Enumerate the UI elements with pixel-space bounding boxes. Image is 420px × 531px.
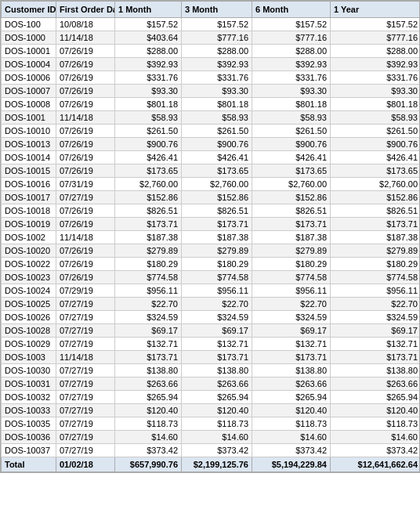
table-cell: 07/26/19 [56,45,115,58]
table-cell: $173.71 [252,218,331,231]
table-cell: $426.41 [115,151,182,164]
table-cell: $152.86 [182,191,252,204]
table-cell: 07/29/19 [56,284,115,298]
table-cell: $324.59 [252,311,331,324]
table-cell: $324.59 [182,311,252,324]
table-cell: $120.40 [115,404,182,417]
table-cell: $392.93 [115,58,182,71]
table-cell: $956.11 [331,284,421,298]
table-cell: 07/26/19 [56,164,115,178]
table-row: DOS-1001907/26/19$173.71$173.71$173.71$1… [2,218,421,231]
table-cell: $956.11 [182,284,252,298]
table-cell: DOS-10004 [2,58,56,71]
table-cell: $774.58 [115,271,182,284]
table-row: DOS-1002307/26/19$774.58$774.58$774.58$7… [2,271,421,284]
table-row: DOS-100211/14/18$187.38$187.38$187.38$18… [2,231,421,244]
table-cell: $261.50 [115,125,182,138]
table-cell: DOS-10026 [2,311,56,324]
table-cell: $173.71 [252,351,331,364]
table-cell: $288.00 [331,45,421,58]
table-cell: $138.80 [331,364,421,377]
table-cell: 07/26/19 [56,218,115,231]
table-cell: $120.40 [182,404,252,417]
table-cell: DOS-10032 [2,391,56,404]
table-cell: $331.76 [115,71,182,85]
table-cell: $392.93 [331,58,421,71]
table-cell: $426.41 [331,151,421,164]
table-row: DOS-1001807/26/19$826.51$826.51$826.51$8… [2,204,421,218]
table-cell: $331.76 [331,71,421,85]
table-cell: DOS-10018 [2,204,56,218]
table-cell: $173.71 [115,218,182,231]
table-cell: $261.50 [252,125,331,138]
table-cell: DOS-10014 [2,151,56,164]
table-cell: 11/14/18 [56,111,115,125]
table-cell: $118.73 [252,417,331,431]
table-row: DOS-1001407/26/19$426.41$426.41$426.41$4… [2,151,421,164]
table-cell: 07/27/19 [56,404,115,417]
table-row: DOS-1001307/26/19$900.76$900.76$900.76$9… [2,138,421,151]
table-cell: $58.93 [115,111,182,125]
table-cell: $152.86 [115,191,182,204]
table-cell: DOS-10029 [2,338,56,351]
table-cell: DOS-1002 [2,231,56,244]
table-cell: 07/27/19 [56,311,115,324]
table-row: DOS-100011/14/18$403.64$777.16$777.16$77… [2,31,421,45]
table-row: DOS-100311/14/18$173.71$173.71$173.71$17… [2,351,421,364]
table-cell: $132.71 [252,338,331,351]
table-cell: $118.73 [115,417,182,431]
header-6-month: 6 Month [252,2,331,18]
table-row: DOS-1002807/27/19$69.17$69.17$69.17$69.1… [2,324,421,338]
table-cell: $118.73 [182,417,252,431]
table-row: DOS-1001507/26/19$173.65$173.65$173.65$1… [2,164,421,178]
table-cell: $69.17 [182,324,252,338]
table-cell: DOS-10025 [2,298,56,311]
table-cell: DOS-10023 [2,271,56,284]
table-cell: $373.42 [331,444,421,457]
table-cell: $69.17 [252,324,331,338]
table-cell: $826.51 [252,204,331,218]
table-cell: 07/26/19 [56,138,115,151]
table-cell: DOS-10022 [2,258,56,271]
table-row: DOS-1001707/27/19$152.86$152.86$152.86$1… [2,191,421,204]
table-row: DOS-1002607/27/19$324.59$324.59$324.59$3… [2,311,421,324]
table-row: DOS-1000807/26/19$801.18$801.18$801.18$8… [2,98,421,111]
table-cell: 07/26/19 [56,125,115,138]
table-cell: DOS-10013 [2,138,56,151]
table-row: DOS-1001607/31/19$2,760.00$2,760.00$2,76… [2,178,421,191]
table-cell: 07/31/19 [56,178,115,191]
table-row: DOS-1002207/26/19$180.29$180.29$180.29$1… [2,258,421,271]
table-cell: $138.80 [182,364,252,377]
table-cell: $14.60 [182,431,252,444]
table-cell: 07/26/19 [56,204,115,218]
table-cell: $956.11 [252,284,331,298]
table-cell: $22.70 [182,298,252,311]
footer-label: Total [2,457,56,472]
table-cell: $2,760.00 [115,178,182,191]
table-cell: $826.51 [115,204,182,218]
table-cell: $900.76 [331,138,421,151]
table-cell: $263.66 [252,377,331,391]
table-cell: DOS-10010 [2,125,56,138]
table-cell: $777.16 [252,31,331,45]
table-cell: $774.58 [182,271,252,284]
table-cell: DOS-10024 [2,284,56,298]
table-cell: $22.70 [115,298,182,311]
table-cell: $173.71 [115,351,182,364]
table-row: DOS-1003607/27/19$14.60$14.60$14.60$14.6… [2,431,421,444]
footer-date: 01/02/18 [56,457,115,472]
table-row: DOS-1000607/26/19$331.76$331.76$331.76$3… [2,71,421,85]
table-row: DOS-1001007/26/19$261.50$261.50$261.50$2… [2,125,421,138]
table-cell: $132.71 [182,338,252,351]
table-cell: $826.51 [331,204,421,218]
table-cell: $265.94 [115,391,182,404]
table-cell: 07/26/19 [56,271,115,284]
footer-3m: $2,199,125.76 [182,457,252,472]
table-cell: $22.70 [331,298,421,311]
table-cell: 11/14/18 [56,351,115,364]
table-cell: $93.30 [182,85,252,98]
table-cell: 07/27/19 [56,431,115,444]
table-cell: DOS-10028 [2,324,56,338]
table-cell: $120.40 [252,404,331,417]
table-cell: $173.71 [182,351,252,364]
